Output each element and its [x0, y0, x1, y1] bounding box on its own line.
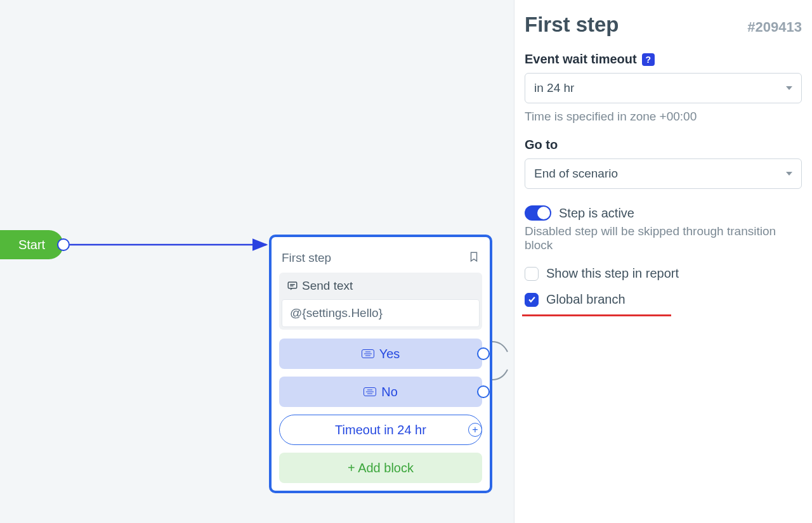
goto-field-label: Go to [525, 138, 802, 152]
global-branch-label: Global branch [546, 292, 625, 307]
add-block-label: + Add block [348, 461, 414, 475]
choice-no-port[interactable] [477, 385, 490, 398]
start-output-port[interactable] [57, 238, 70, 251]
side-panel: First step #209413 Event wait timeout ? … [514, 0, 812, 523]
show-report-checkbox[interactable] [525, 267, 539, 281]
step-title: First step [282, 251, 331, 265]
show-report-row[interactable]: Show this step in report [525, 266, 802, 281]
add-block-button[interactable]: + Add block [279, 453, 482, 483]
start-node[interactable]: Start [0, 230, 63, 259]
chevron-down-icon [786, 172, 792, 176]
send-text-value[interactable]: @{settings.Hello} [282, 299, 480, 327]
send-text-block[interactable]: Send text @{settings.Hello} [279, 273, 482, 330]
choice-button-no[interactable]: No [279, 377, 482, 407]
help-icon[interactable]: ? [642, 53, 655, 66]
start-label: Start [18, 238, 45, 252]
choice-yes-port[interactable] [477, 347, 490, 360]
global-branch-checkbox[interactable] [525, 293, 539, 307]
keyboard-icon [362, 349, 374, 358]
timeout-plus-port[interactable]: + [468, 423, 482, 437]
timeout-select-value: in 24 hr [534, 81, 574, 95]
chevron-down-icon [786, 86, 792, 90]
check-icon [528, 295, 536, 304]
timeout-select[interactable]: in 24 hr [525, 73, 802, 103]
step-active-toggle[interactable] [525, 205, 551, 221]
choice-button-yes[interactable]: Yes [279, 339, 482, 369]
goto-select-value: End of scenario [534, 167, 618, 181]
bookmark-icon[interactable] [468, 250, 480, 266]
panel-id: #209413 [747, 19, 802, 36]
step-card[interactable]: First step Send text @{settings.Hello} [269, 235, 492, 493]
panel-title: First step [525, 13, 619, 37]
timeout-label: Timeout in 24 hr [335, 423, 426, 437]
show-report-label: Show this step in report [546, 266, 679, 281]
workflow-canvas[interactable]: Start First step [0, 0, 514, 523]
timeout-field-label: Event wait timeout ? [525, 52, 802, 67]
svg-rect-2 [288, 282, 297, 288]
keyboard-icon [363, 387, 376, 396]
active-toggle-row: Step is active [525, 205, 802, 221]
goto-select[interactable]: End of scenario [525, 158, 802, 189]
step-header: First step [279, 246, 482, 273]
panel-header: First step #209413 [525, 13, 802, 37]
highlight-underline [522, 314, 671, 316]
choice-yes-label: Yes [379, 347, 400, 361]
timeout-hint: Time is specified in zone +00:00 [525, 110, 802, 124]
send-text-head: Send text [279, 273, 482, 297]
active-toggle-label: Step is active [559, 206, 634, 221]
timeout-button[interactable]: Timeout in 24 hr + [279, 415, 482, 445]
send-text-label: Send text [302, 279, 353, 293]
active-toggle-desc: Disabled step will be skipped through tr… [525, 224, 802, 252]
chat-icon [287, 280, 298, 292]
global-branch-row[interactable]: Global branch [525, 292, 802, 307]
choice-no-label: No [381, 385, 398, 399]
